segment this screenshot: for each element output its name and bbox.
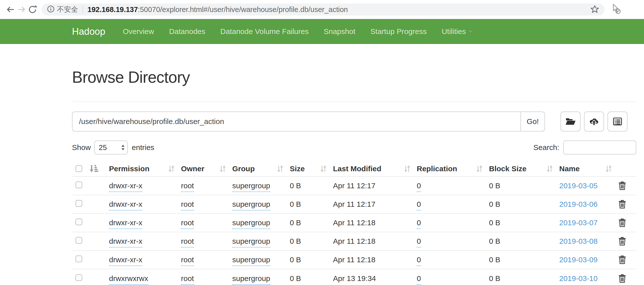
sort-icon[interactable]: [546, 165, 553, 172]
navbar-link[interactable]: Snapshot: [316, 27, 363, 36]
address-bar[interactable]: 不安全 192.168.19.137:50070/explorer.html#/…: [42, 4, 604, 16]
delete-button[interactable]: [618, 274, 626, 283]
sort-icon[interactable]: [277, 165, 283, 172]
url-text: 192.168.19.137:50070/explorer.html#/user…: [88, 6, 348, 14]
replication-value[interactable]: 0: [417, 256, 421, 266]
sort-icon[interactable]: [219, 165, 226, 172]
replication-value[interactable]: 0: [417, 274, 421, 285]
directory-path-input[interactable]: [72, 112, 520, 132]
delete-button[interactable]: [618, 237, 626, 246]
open-folder-button[interactable]: [560, 112, 580, 132]
block-size-value: 0 B: [489, 237, 500, 245]
sort-icon[interactable]: [168, 165, 174, 172]
upload-button[interactable]: [584, 112, 604, 132]
directory-name-link[interactable]: 2019-03-08: [559, 237, 598, 245]
reload-icon[interactable]: [27, 4, 38, 15]
path-row: Go!: [72, 112, 636, 132]
navbar-brand[interactable]: Hadoop: [72, 26, 105, 37]
owner-value[interactable]: root: [181, 256, 194, 266]
directory-name-link[interactable]: 2019-03-06: [559, 200, 598, 208]
group-value[interactable]: supergroup: [232, 274, 270, 285]
column-header-permission[interactable]: Permission: [109, 161, 181, 176]
table-header-row: Permission Owner Group Size Last Modifie…: [72, 161, 636, 176]
row-checkbox[interactable]: [76, 200, 82, 207]
permission-value[interactable]: drwxrwxrwx: [109, 274, 148, 285]
permission-value[interactable]: drwxr-xr-x: [109, 200, 142, 210]
group-value[interactable]: supergroup: [232, 218, 270, 229]
delete-button[interactable]: [618, 200, 626, 209]
sort-icon[interactable]: [605, 165, 612, 172]
row-checkbox[interactable]: [76, 182, 82, 188]
navbar-dropdown-utilities[interactable]: Utilities: [434, 27, 480, 36]
column-header-actions: [618, 161, 636, 176]
group-value[interactable]: supergroup: [232, 237, 270, 248]
sort-icon[interactable]: [404, 165, 410, 172]
row-checkbox[interactable]: [76, 218, 82, 225]
column-header-block-size[interactable]: Block Size: [489, 161, 559, 176]
column-header-size[interactable]: Size: [290, 161, 333, 176]
back-icon[interactable]: [5, 4, 16, 15]
group-value[interactable]: supergroup: [232, 256, 270, 266]
select-all-checkbox[interactable]: [76, 165, 82, 172]
column-header-group[interactable]: Group: [232, 161, 290, 176]
sorted-column-icon[interactable]: [90, 165, 98, 173]
url-path: :50070/explorer.html#/user/hive/warehous…: [138, 6, 348, 14]
column-header-last-modified[interactable]: Last Modified: [333, 161, 417, 176]
permission-value[interactable]: drwxr-xr-x: [109, 182, 142, 192]
directory-name-link[interactable]: 2019-03-05: [559, 182, 598, 190]
owner-value[interactable]: root: [181, 218, 194, 229]
group-value[interactable]: supergroup: [232, 182, 270, 192]
owner-value[interactable]: root: [181, 200, 194, 210]
bookmark-star-icon[interactable]: [590, 5, 599, 14]
group-value[interactable]: supergroup: [232, 200, 270, 210]
table-row: drwxrwxrwx root supergroup 0 B Apr 13 19…: [72, 269, 636, 285]
navbar-link[interactable]: Overview: [115, 27, 162, 36]
navbar-link[interactable]: Datanode Volume Failures: [213, 27, 316, 36]
navbar-link[interactable]: Startup Progress: [363, 27, 434, 36]
row-checkbox[interactable]: [76, 237, 82, 244]
forward-icon[interactable]: [16, 4, 27, 15]
owner-value[interactable]: root: [181, 237, 194, 248]
column-header-replication[interactable]: Replication: [417, 161, 489, 176]
hadoop-navbar: Hadoop Overview Datanodes Datanode Volum…: [0, 19, 644, 44]
trash-icon: [618, 200, 626, 209]
owner-value[interactable]: root: [181, 182, 194, 192]
sort-icon[interactable]: [320, 165, 326, 172]
size-value: 0 B: [290, 237, 301, 245]
navbar-link[interactable]: Datanodes: [162, 27, 213, 36]
owner-value[interactable]: root: [181, 274, 194, 285]
list-alt-icon: [613, 118, 622, 126]
delete-button[interactable]: [618, 181, 626, 190]
entries-select[interactable]: 25: [94, 140, 128, 154]
address-divider: [82, 6, 83, 13]
row-checkbox[interactable]: [76, 256, 82, 262]
snapshot-list-button[interactable]: [608, 112, 628, 132]
replication-value[interactable]: 0: [417, 218, 421, 229]
go-button[interactable]: Go!: [520, 112, 545, 132]
table-row: drwxr-xr-x root supergroup 0 B Apr 11 12…: [72, 214, 636, 232]
block-size-value: 0 B: [489, 200, 500, 208]
permission-value[interactable]: drwxr-xr-x: [109, 256, 142, 266]
replication-value[interactable]: 0: [417, 237, 421, 248]
replication-value[interactable]: 0: [417, 200, 421, 210]
size-value: 0 B: [290, 274, 301, 282]
permission-value[interactable]: drwxr-xr-x: [109, 218, 142, 229]
delete-button[interactable]: [618, 218, 626, 227]
search-wrap: Search:: [534, 140, 636, 154]
table-row: drwxr-xr-x root supergroup 0 B Apr 11 12…: [72, 250, 636, 269]
replication-value[interactable]: 0: [417, 182, 421, 192]
size-value: 0 B: [290, 182, 301, 190]
page-title: Browse Directory: [72, 68, 636, 86]
info-icon[interactable]: [47, 5, 54, 14]
delete-button[interactable]: [618, 255, 626, 264]
column-header-name[interactable]: Name: [559, 161, 618, 176]
search-input[interactable]: [563, 140, 636, 154]
column-header-owner[interactable]: Owner: [181, 161, 232, 176]
sort-icon[interactable]: [476, 165, 482, 172]
directory-name-link[interactable]: 2019-03-09: [559, 256, 598, 264]
directory-name-link[interactable]: 2019-03-07: [559, 218, 598, 227]
row-checkbox[interactable]: [76, 274, 82, 281]
directory-name-link[interactable]: 2019-03-10: [559, 274, 598, 282]
permission-value[interactable]: drwxr-xr-x: [109, 237, 142, 248]
security-label: 不安全: [57, 5, 78, 14]
